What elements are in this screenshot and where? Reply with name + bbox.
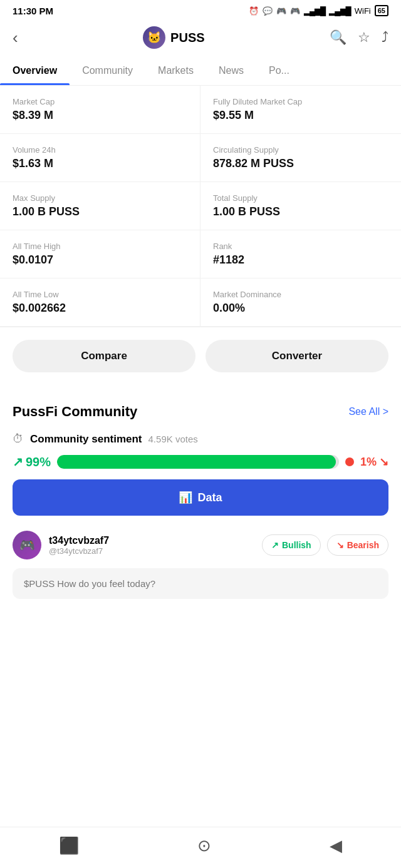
stat-label-circulating: Circulating Supply [213,145,388,155]
bearish-button[interactable]: ↘ Bearish [327,534,388,556]
converter-button[interactable]: Converter [206,340,388,372]
user-comment-section: 🎮 t34ytcvbzaf7 @t34ytcvbzaf7 ↗ Bullish ↘… [0,531,401,611]
discord2-icon: 🎮 [290,6,300,16]
stat-value-total-supply: 1.00 B PUSS [213,205,388,218]
sentiment-gauge-icon: ⏱ [13,432,24,446]
bullish-percentage: ↗ 99% [13,454,51,469]
bullish-button-icon: ↗ [271,540,279,550]
tab-community[interactable]: Community [70,56,145,85]
back-nav-button[interactable]: ◀ [330,836,342,855]
stat-ath: All Time High $0.0107 [0,230,200,278]
user-info: t34ytcvbzaf7 @t34ytcvbzaf7 [49,535,254,556]
data-chart-icon: 📊 [179,491,192,504]
nav-title: 🐱 PUSS [143,26,204,49]
sentiment-vote-buttons: ↗ Bullish ↘ Bearish [262,534,388,556]
status-icons: ⏰ 💬 🎮 🎮 ▂▄▆█ ▂▄▆█ WiFi 65 [249,5,388,16]
stat-label-rank: Rank [213,242,388,251]
sentiment-votes: 4.59K votes [148,434,198,444]
status-bar: 11:30 PM ⏰ 💬 🎮 🎮 ▂▄▆█ ▂▄▆█ WiFi 65 [0,0,401,19]
status-time: 11:30 PM [13,6,53,16]
stat-atl: All Time Low $0.002662 [0,278,200,327]
bullish-button[interactable]: ↗ Bullish [262,534,321,556]
comment-input-container [13,568,388,599]
bearish-trend-icon: ↘ [379,455,388,469]
top-nav: ‹ 🐱 PUSS 🔍 ☆ ⤴ [0,19,401,56]
community-header: PussFi Community See All > [13,404,388,420]
battery-icon: 65 [375,5,388,16]
user-avatar: 🎮 [13,531,41,559]
bearish-button-label: Bearish [347,540,379,550]
stat-max-supply: Max Supply 1.00 B PUSS [0,182,200,230]
coin-icon: 🐱 [143,26,165,49]
bullish-trend-icon: ↗ [13,454,23,469]
stat-value-rank: #1182 [213,253,388,267]
stat-value-market-cap: $8.39 M [13,109,187,122]
stat-value-ath: $0.0107 [13,253,187,267]
stat-value-volume: $1.63 M [13,157,187,170]
bottom-nav: ⬛ ⊙ ◀ [0,827,401,868]
user-handle: @t34ytcvbzaf7 [49,546,254,556]
sentiment-row: ⏱ Community sentiment 4.59K votes [13,432,388,446]
stat-label-atl: All Time Low [13,290,187,299]
stat-total-supply: Total Supply 1.00 B PUSS [200,182,401,230]
stat-label-market-cap: Market Cap [13,97,187,106]
data-button[interactable]: 📊 Data [13,479,388,516]
whatsapp-icon: 💬 [263,6,273,16]
stat-label-volume: Volume 24h [13,145,187,155]
wifi-icon: WiFi [355,6,371,16]
back-button[interactable]: ‹ [13,28,18,48]
stat-fully-diluted: Fully Diluted Market Cap $9.55 M [200,86,401,134]
stat-label-fully-diluted: Fully Diluted Market Cap [213,97,388,106]
tab-nav: Overview Community Markets News Po... [0,56,401,86]
stat-rank: Rank #1182 [200,230,401,278]
stat-value-atl: $0.002662 [13,302,187,315]
see-all-link[interactable]: See All > [348,406,388,417]
signal2-icon: ▂▄▆█ [329,6,350,16]
tab-markets[interactable]: Markets [145,56,206,85]
sentiment-bar-row: ↗ 99% 1% ↘ [13,454,388,469]
bullish-bar-fill [57,455,336,469]
community-title: PussFi Community [13,404,137,420]
user-name: t34ytcvbzaf7 [49,535,254,546]
stat-volume: Volume 24h $1.63 M [0,134,200,182]
tab-overview[interactable]: Overview [0,56,70,85]
user-row: 🎮 t34ytcvbzaf7 @t34ytcvbzaf7 ↗ Bullish ↘… [13,531,388,559]
stat-label-max-supply: Max Supply [13,193,187,203]
star-icon[interactable]: ☆ [358,29,370,46]
sentiment-bar [57,455,339,469]
stat-label-dominance: Market Dominance [213,290,388,299]
stat-label-total-supply: Total Supply [213,193,388,203]
bear-indicator [345,457,354,466]
circle-button[interactable]: ⊙ [197,836,211,855]
sentiment-label: Community sentiment [30,433,142,446]
search-icon[interactable]: 🔍 [330,29,346,46]
tab-news[interactable]: News [206,56,256,85]
stat-value-circulating: 878.82 M PUSS [213,157,388,170]
community-section: PussFi Community See All > ⏱ Community s… [0,391,401,516]
signal-icon: ▂▄▆█ [304,6,325,16]
stat-value-max-supply: 1.00 B PUSS [13,205,187,218]
alarm-icon: ⏰ [249,6,259,16]
bearish-button-icon: ↘ [336,540,344,550]
stat-dominance: Market Dominance 0.00% [200,278,401,327]
tab-portfolio[interactable]: Po... [256,56,302,85]
bullish-pct-value: 99% [26,455,51,469]
action-buttons: Compare Converter [0,327,401,385]
compare-button[interactable]: Compare [13,340,195,372]
discord-icon: 🎮 [276,6,286,16]
stat-market-cap: Market Cap $8.39 M [0,86,200,134]
home-button[interactable]: ⬛ [59,836,79,855]
stat-value-dominance: 0.00% [213,302,388,315]
bearish-pct-value: 1% [360,456,377,469]
bearish-percentage: 1% ↘ [360,455,388,469]
share-icon[interactable]: ⤴ [382,29,388,46]
data-button-label: Data [197,491,222,504]
stat-label-ath: All Time High [13,242,187,251]
bullish-button-label: Bullish [282,540,311,550]
stat-value-fully-diluted: $9.55 M [213,109,388,122]
stats-grid: Market Cap $8.39 M Fully Diluted Market … [0,86,401,327]
coin-name: PUSS [170,31,204,45]
stat-circulating: Circulating Supply 878.82 M PUSS [200,134,401,182]
comment-input[interactable] [13,568,388,599]
